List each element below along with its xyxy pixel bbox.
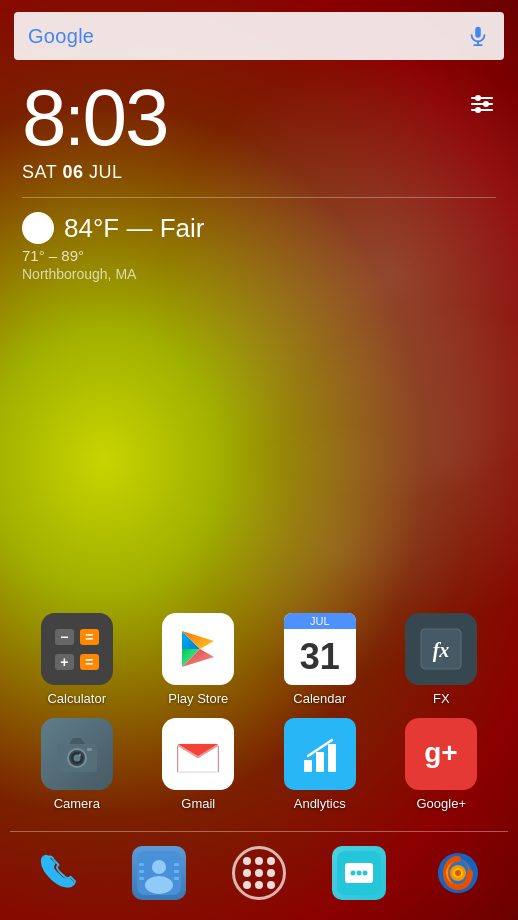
dock-contacts[interactable] bbox=[130, 844, 188, 902]
svg-point-20 bbox=[79, 754, 81, 756]
drawer-dots-grid bbox=[243, 857, 275, 889]
gmail-icon bbox=[162, 718, 234, 790]
dot-7 bbox=[243, 881, 251, 889]
firefox-icon bbox=[431, 846, 485, 900]
home-screen: Google 8:03 SAT 06 JUL bbox=[0, 0, 518, 920]
svg-rect-29 bbox=[328, 744, 336, 772]
clock-display: 8:03 bbox=[22, 78, 168, 158]
dot-6 bbox=[267, 869, 275, 877]
dock-messenger[interactable] bbox=[330, 844, 388, 902]
camera-label: Camera bbox=[54, 796, 100, 811]
camera-icon bbox=[41, 718, 113, 790]
apps-grid: − = + = Calculator bbox=[8, 613, 510, 811]
settings-sliders-icon[interactable] bbox=[468, 90, 496, 122]
googleplus-label: Google+ bbox=[416, 796, 466, 811]
svg-point-8 bbox=[475, 107, 481, 113]
dot-8 bbox=[255, 881, 263, 889]
clock-date-num: 06 bbox=[62, 162, 83, 182]
dot-9 bbox=[267, 881, 275, 889]
svg-point-33 bbox=[152, 860, 166, 874]
clock-day: SAT bbox=[22, 162, 57, 182]
gmail-label: Gmail bbox=[181, 796, 215, 811]
dot-2 bbox=[255, 857, 263, 865]
app-camera[interactable]: Camera bbox=[18, 718, 136, 811]
svg-point-43 bbox=[350, 871, 355, 876]
clock-month: JUL bbox=[89, 162, 123, 182]
calendar-icon: JUL 31 bbox=[284, 613, 356, 685]
calendar-number: 31 bbox=[300, 629, 340, 685]
svg-rect-36 bbox=[139, 870, 144, 873]
svg-rect-0 bbox=[475, 27, 481, 38]
clock-time: 8:03 SAT 06 JUL bbox=[22, 78, 168, 183]
app-analytics[interactable]: Andlytics bbox=[261, 718, 379, 811]
calc-plus: + bbox=[55, 654, 74, 670]
googleplus-icon: g+ bbox=[405, 718, 477, 790]
calc-eq2: = bbox=[80, 654, 99, 670]
drawer-button[interactable] bbox=[232, 846, 286, 900]
calculator-icon: − = + = bbox=[41, 613, 113, 685]
app-calendar[interactable]: JUL 31 Calendar bbox=[261, 613, 379, 706]
playstore-icon bbox=[162, 613, 234, 685]
weather-location: Northborough, MA bbox=[22, 266, 496, 282]
weather-range: 71° – 89° bbox=[22, 247, 496, 264]
playstore-label: Play Store bbox=[168, 691, 228, 706]
dot-5 bbox=[255, 869, 263, 877]
svg-rect-27 bbox=[304, 760, 312, 772]
svg-point-34 bbox=[145, 876, 173, 894]
app-calculator[interactable]: − = + = Calculator bbox=[18, 613, 136, 706]
clock-date: SAT 06 JUL bbox=[22, 162, 168, 183]
weather-temperature: 84°F — Fair bbox=[64, 213, 204, 244]
calc-eq: = bbox=[80, 629, 99, 645]
weather-widget[interactable]: 84°F — Fair 71° – 89° Northborough, MA bbox=[0, 198, 518, 282]
svg-rect-38 bbox=[174, 863, 179, 866]
dot-4 bbox=[243, 869, 251, 877]
svg-point-44 bbox=[356, 871, 361, 876]
svg-point-7 bbox=[483, 101, 489, 107]
weather-sun-icon bbox=[22, 212, 54, 244]
dock-drawer[interactable] bbox=[230, 844, 288, 902]
messenger-icon bbox=[332, 846, 386, 900]
calendar-header: JUL bbox=[284, 613, 356, 629]
dock bbox=[0, 832, 518, 920]
search-bar-text: Google bbox=[28, 25, 466, 48]
fx-label: FX bbox=[433, 691, 450, 706]
app-playstore[interactable]: Play Store bbox=[140, 613, 258, 706]
analytics-icon bbox=[284, 718, 356, 790]
svg-rect-39 bbox=[174, 870, 179, 873]
dot-3 bbox=[267, 857, 275, 865]
calculator-label: Calculator bbox=[47, 691, 106, 706]
app-googleplus[interactable]: g+ Google+ bbox=[383, 718, 501, 811]
svg-rect-28 bbox=[316, 752, 324, 772]
calc-minus: − bbox=[55, 629, 74, 645]
svg-text:fx: fx bbox=[433, 639, 450, 662]
svg-rect-40 bbox=[174, 877, 179, 880]
contacts-icon bbox=[132, 846, 186, 900]
clock-widget: 8:03 SAT 06 JUL bbox=[0, 60, 518, 183]
bottom-spacer bbox=[0, 811, 518, 831]
dock-firefox[interactable] bbox=[429, 844, 487, 902]
clock-hour: 8 bbox=[22, 73, 65, 162]
svg-point-6 bbox=[475, 95, 481, 101]
fx-icon: fx bbox=[405, 613, 477, 685]
app-fx[interactable]: fx FX bbox=[383, 613, 501, 706]
dock-phone[interactable] bbox=[31, 844, 89, 902]
analytics-label: Andlytics bbox=[294, 796, 346, 811]
search-brand-label: Google bbox=[28, 25, 94, 47]
dot-1 bbox=[243, 857, 251, 865]
search-bar[interactable]: Google bbox=[14, 12, 504, 60]
svg-point-51 bbox=[455, 870, 461, 876]
clock-colon: : bbox=[65, 80, 83, 160]
app-gmail[interactable]: Gmail bbox=[140, 718, 258, 811]
svg-rect-21 bbox=[87, 748, 92, 751]
spacer bbox=[0, 282, 518, 583]
svg-rect-35 bbox=[139, 863, 144, 866]
mic-icon[interactable] bbox=[466, 24, 490, 48]
clock-minute: 03 bbox=[83, 73, 168, 162]
calendar-label: Calendar bbox=[293, 691, 346, 706]
svg-rect-37 bbox=[139, 877, 144, 880]
weather-main: 84°F — Fair bbox=[22, 212, 496, 244]
svg-marker-16 bbox=[69, 738, 85, 744]
svg-text:g+: g+ bbox=[425, 737, 458, 768]
svg-point-45 bbox=[362, 871, 367, 876]
